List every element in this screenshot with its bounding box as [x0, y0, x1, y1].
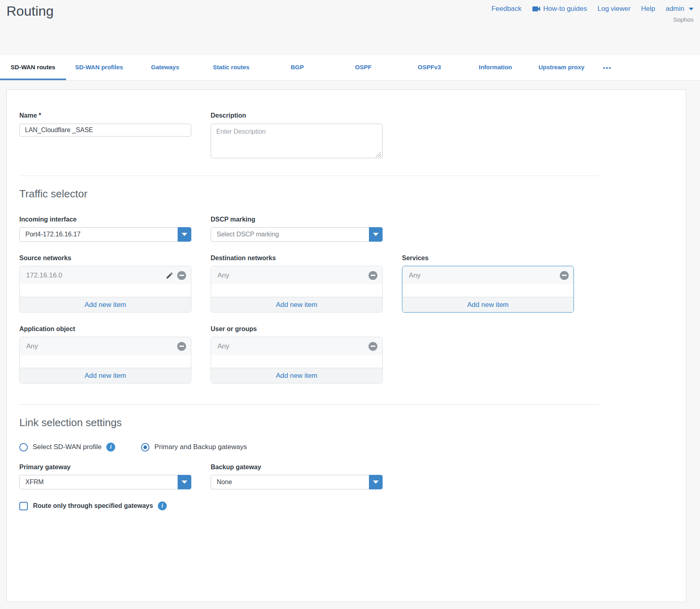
dscp-marking-select[interactable]: Select DSCP marking — [211, 227, 383, 242]
traffic-selector-heading: Traffic selector — [19, 188, 686, 200]
user-or-groups-add-button[interactable]: Add new item — [211, 368, 382, 383]
remove-item-icon[interactable] — [177, 342, 186, 351]
source-networks-add-button[interactable]: Add new item — [20, 297, 191, 312]
more-tabs-button[interactable]: ••• — [594, 55, 620, 80]
route-only-checkbox[interactable] — [19, 502, 28, 510]
tab-ospfv3[interactable]: OSPFv3 — [396, 55, 462, 80]
remove-item-icon[interactable] — [369, 342, 377, 351]
section-divider — [19, 176, 600, 176]
radio-primary-backup-gateways-label: Primary and Backup gateways — [154, 443, 247, 451]
primary-gateway-dropdown-button[interactable] — [178, 475, 191, 489]
name-label: Name * — [19, 112, 191, 119]
networks-labels-row: Source networks Destination networks Ser… — [19, 255, 600, 262]
link-selection-radio-row: Select SD-WAN profile i Primary and Back… — [19, 443, 686, 452]
log-viewer-link[interactable]: Log viewer — [598, 5, 631, 13]
tab-information[interactable]: Information — [462, 55, 528, 80]
list-item: Any — [211, 337, 382, 355]
list-item: Any — [402, 266, 574, 284]
route-only-checkbox-label: Route only through specified gateways — [33, 502, 153, 510]
sdwan-route-form-card: Name * Description Traffic selector Inco… — [6, 89, 686, 602]
tab-upstream-proxy[interactable]: Upstream proxy — [528, 55, 594, 80]
radio-icon[interactable] — [19, 443, 28, 452]
dscp-marking-placeholder: Select DSCP marking — [217, 231, 279, 238]
incoming-interface-dropdown-button[interactable] — [178, 227, 191, 242]
description-label: Description — [211, 112, 383, 119]
backup-gateway-dropdown-button[interactable] — [369, 475, 383, 489]
header-links: Feedback How-to guides Log viewer Help a… — [491, 5, 694, 13]
tab-bgp[interactable]: BGP — [264, 55, 330, 80]
list-item: 172.16.16.0 — [20, 266, 191, 284]
application-object-add-button[interactable]: Add new item — [20, 368, 191, 383]
destination-networks-add-button[interactable]: Add new item — [211, 297, 382, 312]
brand-label: Sophos — [673, 16, 694, 23]
chevron-down-icon — [689, 8, 694, 10]
help-link[interactable]: Help — [641, 5, 655, 13]
page-header: Routing Feedback How-to guides Log viewe… — [0, 0, 700, 55]
application-object-item: Any — [26, 342, 177, 350]
video-camera-icon — [532, 6, 541, 12]
backup-gateway-select[interactable]: None — [211, 475, 383, 489]
dscp-marking-label: DSCP marking — [211, 216, 383, 223]
gateway-labels-row: Primary gateway Backup gateway — [19, 464, 600, 471]
backup-gateway-label: Backup gateway — [211, 464, 383, 471]
tab-static-routes[interactable]: Static routes — [198, 55, 264, 80]
remove-item-icon[interactable] — [177, 271, 186, 280]
user-or-groups-item: Any — [217, 342, 369, 350]
tab-sdwan-profiles[interactable]: SD-WAN profiles — [66, 55, 132, 80]
link-selection-heading: Link selection settings — [19, 416, 686, 429]
radio-checked-icon[interactable] — [141, 443, 149, 452]
info-icon[interactable]: i — [106, 443, 115, 452]
howto-guides-link[interactable]: How-to guides — [532, 5, 587, 13]
info-icon[interactable]: i — [158, 501, 167, 510]
source-networks-label: Source networks — [19, 255, 191, 262]
radio-primary-backup-gateways[interactable]: Primary and Backup gateways — [141, 443, 247, 452]
services-box: Any Add new item — [402, 266, 574, 313]
primary-gateway-value: XFRM — [25, 478, 43, 485]
help-link-label: Help — [641, 5, 655, 13]
edit-icon[interactable] — [165, 271, 174, 280]
source-networks-box: 172.16.16.0 Add new item — [19, 266, 191, 313]
chevron-down-icon — [182, 481, 187, 484]
name-input[interactable] — [19, 124, 191, 137]
feedback-link[interactable]: Feedback — [491, 5, 522, 13]
primary-gateway-label: Primary gateway — [19, 464, 191, 471]
tab-sdwan-routes[interactable]: SD-WAN routes — [0, 55, 66, 80]
incoming-interface-label: Incoming interface — [19, 216, 191, 223]
remove-item-icon[interactable] — [560, 271, 569, 280]
application-object-box: Any Add new item — [19, 337, 191, 383]
list-item: Any — [20, 337, 191, 355]
radio-select-sdwan-profile[interactable]: Select SD-WAN profile i — [19, 443, 115, 452]
tab-bar: SD-WAN routes SD-WAN profiles Gateways S… — [0, 55, 700, 81]
gateway-selects-row: XFRM None — [19, 475, 600, 489]
description-textarea[interactable] — [211, 124, 383, 158]
chevron-down-icon — [373, 481, 379, 484]
interface-dscp-labels: Incoming interface DSCP marking — [19, 216, 600, 223]
chevron-down-icon — [182, 233, 187, 236]
list-item: Any — [211, 266, 382, 284]
backup-gateway-value: None — [217, 478, 232, 485]
services-item: Any — [409, 271, 560, 280]
tab-ospf[interactable]: OSPF — [330, 55, 396, 80]
destination-networks-box: Any Add new item — [211, 266, 383, 313]
list-empty-area — [20, 284, 191, 297]
name-description-row: Name * Description — [19, 112, 600, 160]
networks-boxes-row: 172.16.16.0 Add new item Any Add new ite… — [19, 266, 600, 313]
remove-item-icon[interactable] — [369, 271, 377, 280]
tab-gateways[interactable]: Gateways — [132, 55, 198, 80]
list-empty-area — [211, 284, 382, 297]
incoming-interface-select[interactable]: Port4-172.16.16.17 — [19, 227, 191, 242]
radio-select-sdwan-profile-label: Select SD-WAN profile — [33, 443, 101, 451]
admin-menu-label: admin — [666, 5, 684, 13]
source-network-item: 172.16.16.0 — [26, 271, 165, 280]
admin-menu[interactable]: admin — [666, 5, 694, 13]
route-only-row: Route only through specified gateways i — [19, 501, 686, 510]
dscp-marking-dropdown-button[interactable] — [369, 227, 383, 242]
services-add-button[interactable]: Add new item — [402, 297, 574, 312]
destination-networks-label: Destination networks — [211, 255, 383, 262]
incoming-interface-value: Port4-172.16.16.17 — [25, 231, 81, 238]
services-label: Services — [402, 255, 574, 262]
chevron-down-icon — [373, 233, 379, 236]
page-title: Routing — [6, 3, 54, 19]
list-empty-area — [20, 355, 191, 368]
primary-gateway-select[interactable]: XFRM — [19, 475, 191, 489]
